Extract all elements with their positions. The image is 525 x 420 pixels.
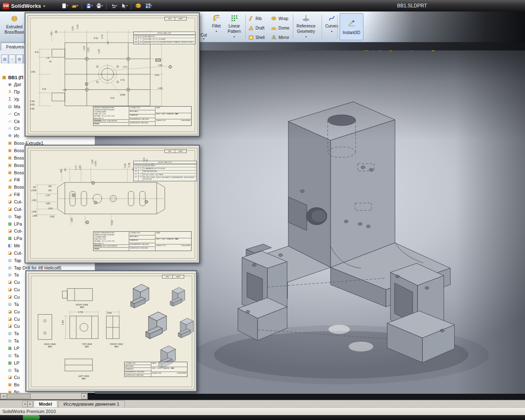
extruded-boss-label-2: Boss/Base [5,30,24,34]
dimension-label: 3.000 [50,216,54,218]
cut-icon: ◪ [7,309,12,314]
propertymanager-tab[interactable]: ◔ [9,55,16,64]
feature-tree-item[interactable]: ΣУр [7,96,19,103]
curves-label: Curves [325,24,338,28]
tap-icon: ◎ [7,368,12,373]
feature-tree-item[interactable]: ◎Ta [7,352,19,359]
select-button[interactable]: ▾ [119,1,129,10]
instant3d-button[interactable]: Instant3D [340,13,363,40]
rib-button[interactable]: Rib [248,15,262,22]
feature-tree-item[interactable]: ▦LPa [7,235,22,242]
open-button[interactable]: ▾ [70,1,80,10]
wrap-button[interactable]: Wrap [271,15,288,22]
feature-tree-item[interactable]: ▱Сп [7,125,20,132]
feature-tree-item[interactable]: ◢Fill [7,191,20,198]
dimension-label: Ø.880 [120,94,125,96]
feature-tree-item[interactable]: ◪Cut- [7,249,23,256]
scrollbar-thumb[interactable] [7,394,31,399]
menu-expand-arrow-icon[interactable]: ▸ [43,4,46,8]
scroll-right-arrow-icon[interactable]: ▸ [81,393,87,399]
feature-tree-item[interactable]: ◪Cu [7,315,20,322]
linear-pattern-label-2: Pattern [228,29,241,34]
chevron-down-icon[interactable]: ▾ [331,29,333,34]
feature-tree-item[interactable]: ▱Сп [7,110,20,117]
feature-tree-item[interactable]: ◪Cu [7,279,20,286]
chevron-down-icon[interactable]: ▾ [216,29,217,34]
print-button[interactable]: ▾ [94,1,104,10]
feature-tree-item[interactable]: ▣Boss [7,184,24,191]
feature-tree-item[interactable]: ▣Boss [7,162,24,169]
reference-geometry-icon [302,14,310,23]
start-button-fragment[interactable] [23,415,40,420]
feature-tree-item[interactable]: ▣Boss [7,169,24,176]
feature-tree-item[interactable]: ▣Boss [7,147,24,154]
dimension-label: 1.893 [46,203,50,205]
mirror-button[interactable]: Mirror [271,34,289,41]
feature-tree-item[interactable]: ◧Mir [7,242,20,249]
extruded-cut-button[interactable]: Cut ▾ [201,33,207,41]
feature-tree-item[interactable]: ◢Fill [7,176,20,183]
reference-geometry-button[interactable]: Reference Geometry ▾ [295,13,317,40]
shell-button[interactable]: Shell [248,34,265,41]
save-button[interactable]: ▾ [84,1,94,10]
feature-tree-item[interactable]: ◪Cu [7,286,20,293]
feature-tree-item[interactable]: ◎Ta [7,330,19,337]
drawing-window-3[interactable]: RIGHT VIEWBB5BACK VIEWBB3TOP VIEWBB2FRON… [25,270,197,392]
toolbar-separator [131,2,131,9]
configurationmanager-tab[interactable]: ⚙ [16,55,23,64]
feature-tree-item-label: Cu [14,280,20,285]
feature-tree-item[interactable]: ◎Ta [7,272,19,278]
feature-tree-item[interactable]: ▣Bo [7,389,19,393]
feature-tree-item[interactable]: ◪Cut- [7,205,23,212]
feature-tree-item[interactable]: ◪Cut- [7,198,23,205]
featuremanager-tree-tab[interactable]: ⊞ [1,55,8,64]
chevron-down-icon[interactable]: ▾ [203,37,205,41]
feature-tree-item[interactable]: ▣BB1 (П [2,74,23,81]
options-button[interactable]: ▾ [144,1,153,10]
feature-tree-item[interactable]: ◪Cu [7,323,20,330]
dimension-label: 4.491 [158,87,162,89]
chevron-down-icon[interactable]: ▾ [233,34,235,39]
scroll-left-arrow-icon[interactable]: ◂ [0,393,7,399]
extruded-boss-base-button[interactable]: Extruded Boss/Base [3,13,25,35]
dimension-label: 1.590 [79,165,81,170]
feature-tree-item[interactable]: ◎Ta [7,338,19,345]
dome-button[interactable]: Dome [271,24,290,32]
feature-tree-item[interactable]: ▱Св [7,118,20,125]
feature-tree-item[interactable]: ◪Cut- [7,228,23,235]
feature-tree-item[interactable]: ▣Boss [7,154,24,161]
feature-tree-item[interactable]: ◪Cu [7,374,20,381]
tree-horizontal-scrollbar[interactable]: ◂ ▸ [0,393,88,399]
drawing-window-1[interactable]: .000.7882.0002.330R.253.750.9706.502.241… [25,12,200,137]
undo-button[interactable]: ▾ [109,1,119,10]
feature-tree-item[interactable]: ▦LP [7,359,19,366]
feature-tree-item[interactable]: AПр [7,89,20,96]
chevron-down-icon[interactable]: ▾ [305,34,307,39]
linear-pattern-button[interactable]: Linear Pattern ▾ [226,13,242,40]
new-document-button[interactable]: ▾ [59,1,69,10]
revision-table: REVDATE [164,149,187,153]
feature-tree-item[interactable]: ◎Ta [7,367,19,374]
feature-tree-item[interactable]: ◎Ta [7,301,19,308]
feature-tree-item[interactable]: ▣Bo [7,381,19,388]
feature-tree-item[interactable]: ◎Tap [7,257,21,264]
feature-tree-item[interactable]: ◪Cu [7,294,20,301]
tab-scroll-right-icon[interactable]: ▸ [27,401,33,407]
feature-tree-item[interactable]: ⊕Ис [7,132,19,139]
tab-scroll-left-icon[interactable]: ◂ [22,401,27,407]
feature-tree-item[interactable]: ▤Ма [7,103,20,110]
draft-icon [248,25,254,32]
feature-tree-item[interactable]: ◉Дат [7,81,21,88]
feature-tree-item[interactable]: ◪Cu [7,308,20,315]
draft-button[interactable]: Draft [248,24,265,32]
feature-tree-item[interactable]: ▦LP [7,345,19,352]
drawing-window-2[interactable]: .302±.00051.6002.698.000.6001.1071.8932.… [25,145,200,263]
rebuild-button[interactable] [133,1,143,10]
feature-tree-item[interactable]: ◎Tap [7,213,21,220]
cut-label: Cut [201,33,207,37]
tab-motion-study[interactable]: Исследование движения 1 [58,400,125,407]
fillet-button[interactable]: Fillet ▾ [211,13,222,34]
solidworks-menu[interactable]: SW SolidWorks ▸ [0,2,46,9]
feature-tree-item[interactable]: ▦LPa [7,220,22,227]
tab-model[interactable]: Model [34,400,57,407]
